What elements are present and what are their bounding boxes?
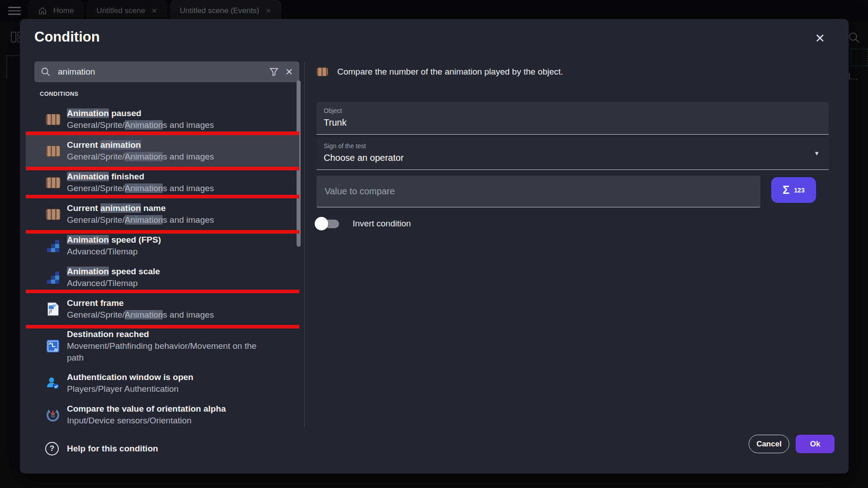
operator-select-value: Choose an operator <box>324 153 821 163</box>
search-icon <box>41 67 51 77</box>
condition-description: Compare the number of the animation play… <box>337 67 563 77</box>
list-item[interactable]: Compare the value of orientation alphaIn… <box>26 399 299 426</box>
operator-select-label: Sign of the test <box>324 142 821 150</box>
film-icon <box>316 67 328 76</box>
condition-dialog: Condition ✕ ✕ CONDITIONS Animation pause… <box>20 19 849 474</box>
panel-divider <box>304 61 305 427</box>
condition-text: Animation speed (FPS)Advanced/Tilemap <box>67 234 161 258</box>
invert-condition-label: Invert condition <box>353 219 411 229</box>
condition-path: Movement/Pathfinding behavior/Movement o… <box>67 340 262 364</box>
search-input[interactable] <box>57 66 263 77</box>
condition-text: Current animationGeneral/Sprite/Animatio… <box>67 139 214 163</box>
condition-path: General/Sprite/Animations and images <box>67 214 214 226</box>
condition-text: Compare the value of orientation alphaIn… <box>67 403 226 426</box>
help-label: Help for this condition <box>67 444 158 454</box>
invert-condition-toggle[interactable] <box>315 216 341 231</box>
clear-search-icon[interactable]: ✕ <box>285 66 293 77</box>
condition-path: Advanced/Tilemap <box>67 246 161 258</box>
invert-condition-row: Invert condition <box>315 216 411 231</box>
operator-select[interactable]: Sign of the test Choose an operator ▼ <box>316 137 829 170</box>
condition-title: Animation paused <box>67 108 214 119</box>
object-field-label: Object <box>324 107 821 114</box>
help-icon: ? <box>45 442 59 455</box>
condition-path: General/Sprite/Animations and images <box>67 151 214 163</box>
list-section-header: CONDITIONS <box>40 90 299 97</box>
list-item[interactable]: Animation finishedGeneral/Sprite/Animati… <box>26 167 299 198</box>
condition-path: General/Sprite/Animations and images <box>67 119 214 131</box>
list-item[interactable]: Animation speed (FPS)Advanced/Tilemap <box>26 230 299 262</box>
svg-text:A: A <box>49 341 52 346</box>
dialog-title: Condition <box>34 29 100 45</box>
value-input[interactable] <box>324 186 753 197</box>
list-item[interactable]: Current animationGeneral/Sprite/Animatio… <box>26 135 299 167</box>
condition-path: General/Sprite/Animations and images <box>67 183 214 194</box>
condition-path: Input/Device sensors/Orientation <box>67 415 226 426</box>
orientation-icon <box>45 408 61 422</box>
condition-text: Animation pausedGeneral/Sprite/Animation… <box>67 108 214 131</box>
condition-title: Destination reached <box>67 328 262 340</box>
object-field[interactable]: Object Trunk <box>316 102 829 135</box>
object-field-value: Trunk <box>324 117 821 128</box>
tilemap-icon <box>45 239 61 253</box>
film-icon <box>45 177 61 188</box>
condition-path: General/Sprite/Animations and images <box>67 309 214 321</box>
value-field <box>316 176 760 207</box>
condition-list: CONDITIONS Animation pausedGeneral/Sprit… <box>26 86 299 426</box>
sigma-icon: Σ <box>783 183 789 197</box>
list-item[interactable]: Animation pausedGeneral/Sprite/Animation… <box>26 103 299 135</box>
list-item[interactable]: Authentication window is openPlayers/Pla… <box>26 367 299 399</box>
close-dialog-icon[interactable]: ✕ <box>815 33 825 45</box>
condition-title: Animation speed scale <box>67 266 160 277</box>
list-item[interactable]: Current frameGeneral/Sprite/Animations a… <box>26 293 299 325</box>
film-icon <box>45 145 61 157</box>
condition-text: Destination reachedMovement/Pathfinding … <box>67 328 262 364</box>
condition-text: Animation speed scaleAdvanced/Tilemap <box>67 266 160 289</box>
condition-description-row: Compare the number of the animation play… <box>316 67 563 77</box>
condition-title: Animation finished <box>67 171 214 183</box>
list-item[interactable]: Animation speed scaleAdvanced/Tilemap <box>26 262 299 293</box>
list-item[interactable]: ABDestination reachedMovement/Pathfindin… <box>26 325 299 367</box>
condition-title: Animation speed (FPS) <box>67 234 161 246</box>
cancel-button[interactable]: Cancel <box>749 435 789 453</box>
condition-search: ✕ <box>34 61 299 82</box>
tilemap-icon <box>45 271 61 284</box>
condition-text: Authentication window is openPlayers/Pla… <box>67 371 193 395</box>
condition-title: Current animation name <box>67 202 214 214</box>
film-icon <box>45 209 61 220</box>
condition-path: Players/Player Authentication <box>67 383 193 395</box>
condition-title: Current frame <box>67 297 214 309</box>
toggle-thumb <box>315 217 328 230</box>
expression-builder-button[interactable]: Σ 123 <box>771 177 816 203</box>
condition-text: Current frameGeneral/Sprite/Animations a… <box>67 297 214 321</box>
numbers-icon: 123 <box>794 187 804 194</box>
condition-text: Animation finishedGeneral/Sprite/Animati… <box>67 171 214 194</box>
frame-icon <box>45 302 61 316</box>
condition-text: Current animation nameGeneral/Sprite/Ani… <box>67 202 214 226</box>
condition-title: Compare the value of orientation alpha <box>67 403 226 415</box>
film-icon <box>45 114 61 125</box>
condition-title: Authentication window is open <box>67 371 193 383</box>
condition-path: Advanced/Tilemap <box>67 277 160 289</box>
player-auth-icon <box>45 376 61 390</box>
list-item[interactable]: Current animation nameGeneral/Sprite/Ani… <box>26 198 299 230</box>
condition-title: Current animation <box>67 139 214 151</box>
chevron-down-icon: ▼ <box>814 150 820 157</box>
help-link[interactable]: ? Help for this condition <box>45 442 158 455</box>
ok-button[interactable]: Ok <box>796 435 835 453</box>
filter-icon[interactable] <box>269 67 279 77</box>
pathfinding-icon: AB <box>45 339 61 353</box>
svg-text:B: B <box>54 347 57 352</box>
